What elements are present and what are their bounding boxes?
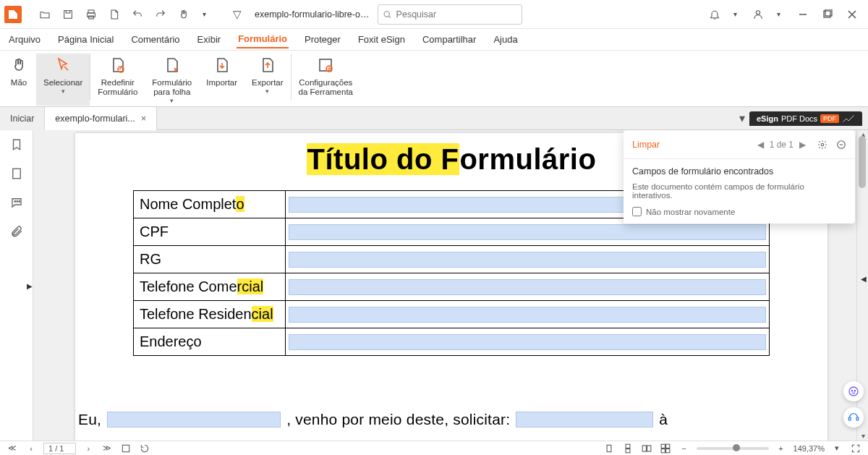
comments-icon[interactable] xyxy=(9,195,24,210)
popup-message: Este documento contém campos de formulár… xyxy=(632,182,846,200)
scroll-thumb[interactable] xyxy=(859,136,866,188)
esign-promo-tab[interactable]: eSign PDF Docs PDF xyxy=(749,111,862,126)
svg-rect-11 xyxy=(12,169,20,179)
ribbon-mao[interactable]: Mão xyxy=(1,54,36,106)
field-endereco[interactable] xyxy=(289,334,766,350)
field-tel-com[interactable] xyxy=(289,279,766,295)
menu-formulario[interactable]: Formulário xyxy=(237,30,289,48)
zoom-out-icon[interactable]: − xyxy=(678,444,691,453)
first-page-icon[interactable]: ≪ xyxy=(6,443,19,453)
field-cpf[interactable] xyxy=(289,224,766,240)
right-collapse-handle-icon[interactable]: ◀ xyxy=(859,268,868,289)
menu-arquivo[interactable]: Arquivo xyxy=(7,31,42,48)
account-caret-icon[interactable]: ▾ xyxy=(768,4,788,25)
minimize-icon[interactable] xyxy=(791,4,814,25)
open-file-icon[interactable] xyxy=(35,4,55,25)
zoom-caret-icon[interactable]: ▾ xyxy=(830,443,843,453)
popup-settings-icon[interactable] xyxy=(817,140,827,150)
undo-icon[interactable] xyxy=(127,4,148,25)
bell-caret-icon[interactable]: ▾ xyxy=(725,4,745,25)
menu-foxit-esign[interactable]: Foxit eSign xyxy=(357,31,407,48)
popup-minimize-icon[interactable] xyxy=(836,140,846,150)
fullscreen-icon[interactable] xyxy=(849,443,862,454)
zoom-in-icon[interactable]: + xyxy=(775,444,788,453)
svg-rect-1 xyxy=(88,10,94,13)
quick-caret-icon[interactable]: ▾ xyxy=(194,4,214,25)
view-facing-cont-icon[interactable] xyxy=(659,443,672,454)
ribbon-selecionar[interactable]: Selecionar ▾ xyxy=(36,54,90,106)
popup-checkbox[interactable] xyxy=(632,207,642,216)
prev-page-icon[interactable]: ‹ xyxy=(25,444,38,453)
svg-point-13 xyxy=(17,201,18,203)
search-box[interactable] xyxy=(378,4,522,25)
ribbon-redefinir[interactable]: Redefinir Formulário xyxy=(90,54,145,106)
popup-clear-link[interactable]: Limpar xyxy=(632,140,660,150)
bell-icon[interactable] xyxy=(705,4,725,25)
svg-rect-25 xyxy=(626,448,630,452)
pages-icon[interactable] xyxy=(9,166,24,181)
ribbon-exportar-label: Exportar xyxy=(252,78,283,88)
zoom-slider[interactable] xyxy=(697,447,769,450)
field-tel-res[interactable] xyxy=(289,307,766,323)
title-dropdown-icon[interactable]: ▽ xyxy=(227,4,247,25)
document-viewport[interactable]: Título do Formulário Nome Completo CPF R… xyxy=(33,130,868,441)
maximize-icon[interactable] xyxy=(816,4,839,25)
close-icon[interactable] xyxy=(841,4,864,25)
ribbon-exportar[interactable]: Exportar ▾ xyxy=(244,54,290,106)
next-page-icon[interactable]: › xyxy=(82,444,95,453)
hand-quick-icon[interactable] xyxy=(174,4,194,25)
tab-close-icon[interactable]: × xyxy=(141,113,147,124)
window-controls xyxy=(791,4,864,25)
status-bar: ≪ ‹ 1 / 1 › ≫ − + 149,37% ▾ xyxy=(0,441,868,455)
search-input[interactable] xyxy=(396,9,517,20)
view-single-icon[interactable] xyxy=(603,443,616,454)
menu-exibir[interactable]: Exibir xyxy=(196,31,223,48)
rotate-icon[interactable] xyxy=(138,443,151,454)
menu-pagina-inicial[interactable]: Página Inicial xyxy=(56,31,115,48)
menu-comentario[interactable]: Comentário xyxy=(129,31,181,48)
new-doc-icon[interactable] xyxy=(104,4,124,25)
menu-compartilhar[interactable]: Compartilhar xyxy=(421,31,477,48)
ribbon-para-folha-label: Formulário para folha xyxy=(152,78,192,97)
save-icon[interactable] xyxy=(58,4,78,25)
pager-prev-icon[interactable]: ◀ xyxy=(757,140,764,150)
last-page-icon[interactable]: ≫ xyxy=(101,443,114,453)
redo-icon[interactable] xyxy=(150,4,171,25)
view-continuous-icon[interactable] xyxy=(621,443,634,454)
svg-point-17 xyxy=(849,387,858,396)
tab-iniciar[interactable]: Iniciar xyxy=(0,107,45,130)
view-facing-icon[interactable] xyxy=(640,443,653,454)
zoom-knob[interactable] xyxy=(733,444,740,451)
scroll-down-icon[interactable]: ▾ xyxy=(857,430,868,441)
field-eu-nome[interactable] xyxy=(107,412,281,428)
ribbon-para-folha[interactable]: Formulário para folha ▾ xyxy=(145,54,199,106)
import-icon xyxy=(212,55,232,75)
field-rg[interactable] xyxy=(289,252,766,268)
export-icon xyxy=(258,55,278,75)
assistant-bubble-icon[interactable] xyxy=(843,381,864,401)
field-solicitar[interactable] xyxy=(516,412,653,428)
tabs-dropdown-icon[interactable]: ▾ xyxy=(735,111,749,125)
menu-ajuda[interactable]: Ajuda xyxy=(492,31,519,48)
page-number-input[interactable]: 1 / 1 xyxy=(43,443,76,454)
svg-point-15 xyxy=(821,143,824,146)
ribbon-config[interactable]: Configurações da Ferramenta xyxy=(292,54,360,106)
document-title: exemplo-formulario-libre-offi... xyxy=(255,9,370,20)
svg-rect-21 xyxy=(856,417,859,420)
left-expand-handle-icon[interactable]: ▶ xyxy=(26,275,33,297)
svg-rect-24 xyxy=(626,444,630,448)
ribbon-importar[interactable]: Importar xyxy=(199,54,244,106)
support-bubble-icon[interactable] xyxy=(843,407,864,428)
page-layout-icon[interactable] xyxy=(119,443,132,454)
menu-proteger[interactable]: Proteger xyxy=(303,31,342,48)
popup-checkbox-row[interactable]: Não mostrar novamente xyxy=(632,207,846,216)
pager-next-icon[interactable]: ▶ xyxy=(799,140,806,150)
bookmarks-icon[interactable] xyxy=(9,137,24,152)
attachments-icon[interactable] xyxy=(9,224,24,239)
zoom-value[interactable]: 149,37% xyxy=(793,444,825,453)
tab-document[interactable]: exemplo-formulari... × xyxy=(45,107,157,130)
account-icon[interactable] xyxy=(748,4,768,25)
svg-rect-3 xyxy=(89,16,94,19)
print-icon[interactable] xyxy=(81,4,101,25)
tool-settings-icon xyxy=(315,55,336,75)
